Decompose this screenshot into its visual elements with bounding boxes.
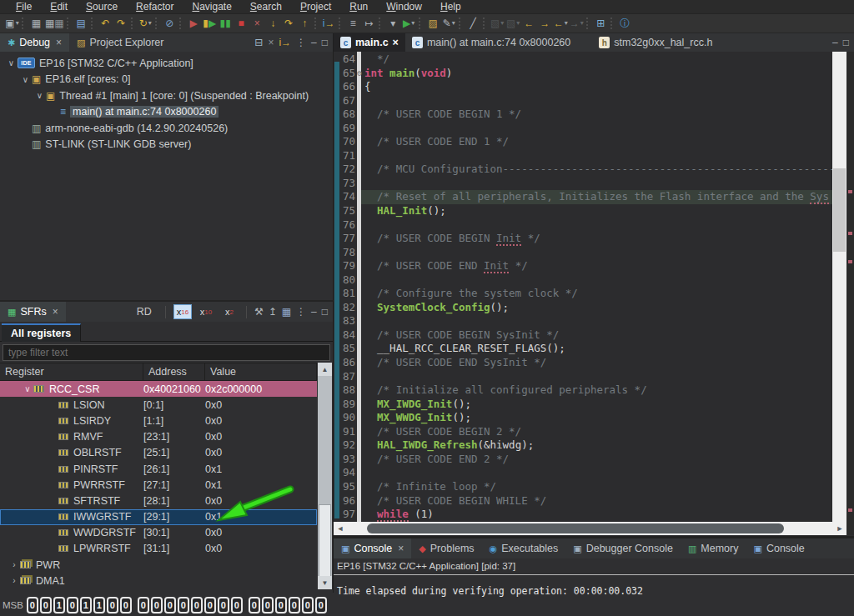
minimize-icon[interactable]: – (311, 306, 317, 318)
close-icon[interactable]: × (393, 37, 399, 48)
menu-project[interactable]: Project (291, 0, 340, 13)
register-row-rmvf[interactable]: RMVF[23:1]0x0 (0, 429, 317, 445)
tab-debugger-console[interactable]: ▣Debugger Console (565, 538, 681, 558)
scrollbar-thumb[interactable] (833, 168, 846, 252)
tab-all-registers[interactable]: All registers (2, 323, 81, 342)
bit-13[interactable]: 0 (275, 597, 287, 613)
menu-file[interactable]: File (7, 0, 41, 13)
editor-tab-main-c[interactable]: cmain.c× (334, 33, 405, 52)
bit-15[interactable]: 0 (249, 597, 260, 613)
debug-tree-row[interactable]: ▥ST-LINK (ST-LINK GDB server) (0, 137, 333, 153)
remove-all-terminated-icon[interactable]: × (268, 37, 274, 48)
fold-marker[interactable]: ⊖ (355, 67, 364, 81)
run-icon[interactable]: ▶▾ (401, 15, 417, 32)
minimize-icon[interactable]: – (832, 37, 838, 48)
register-row-iwwgrstf[interactable]: IWWGRSTF[29:1]0x1 (0, 509, 317, 525)
view-menu-icon[interactable]: ⋮ (296, 306, 306, 318)
bit-25[interactable]: 0 (107, 597, 118, 613)
register-row-pwrrstf[interactable]: PWRRSTF[27:1]0x1 (0, 477, 317, 493)
bit-17[interactable]: 0 (218, 597, 229, 613)
tab-problems[interactable]: ◆Problems (411, 538, 481, 558)
close-icon[interactable]: × (53, 306, 58, 318)
menu-run[interactable]: Run (340, 0, 377, 13)
new-wizard-icon[interactable]: ▣▾ (4, 15, 20, 32)
code-editor[interactable]: 64 */65⊖int main(void)66{6768 /* USER CO… (334, 52, 854, 535)
scroll-up-icon[interactable]: ▲ (318, 363, 332, 376)
bit-14[interactable]: 0 (262, 597, 274, 613)
bit-30[interactable]: 0 (40, 597, 52, 613)
register-row-sftrstf[interactable]: SFTRSTF[28:1]0x0 (0, 493, 317, 508)
bit-22[interactable]: 0 (151, 597, 163, 613)
back-icon[interactable]: ←▾ (553, 15, 569, 32)
mark-occurrences-icon[interactable]: ✎▾ (441, 15, 457, 32)
bit-16[interactable]: 0 (231, 597, 243, 613)
build-icon[interactable]: ▤ (73, 15, 89, 32)
configure-icon[interactable]: ⚒ (254, 306, 264, 318)
pin-console-icon[interactable]: ↦ (361, 15, 377, 32)
collapse-all-icon[interactable]: ⊟ (254, 37, 263, 48)
bit-23[interactable]: 0 (138, 597, 149, 613)
column-header-address[interactable]: Address (143, 363, 205, 380)
editor-tab-main-at-main-c-74-0x8000260[interactable]: cmain() at main.c:74 0x8000260 (405, 33, 577, 52)
about-icon[interactable]: ⓘ (617, 15, 633, 32)
instruction-step-mode-icon[interactable]: i→ (279, 37, 291, 48)
close-icon[interactable]: × (56, 37, 62, 48)
menu-window[interactable]: Window (377, 0, 431, 13)
column-header-register[interactable]: Register (0, 363, 143, 380)
instruction-stepping-icon[interactable]: i→ (321, 15, 337, 32)
bit-21[interactable]: 0 (164, 597, 176, 613)
next-edit-icon[interactable]: → (537, 15, 553, 32)
debug-tree-row[interactable]: ∨IDEEP16 [STM32 C/C++ Application] (0, 55, 333, 72)
editor-vertical-scrollbar[interactable] (832, 52, 846, 522)
redo-icon[interactable]: ↷ (113, 15, 129, 32)
debug-tree-row[interactable]: ≡main() at main.c:74 0x8000260 (0, 104, 333, 121)
launch-icon[interactable]: ↻▾ (138, 15, 153, 32)
last-edit-icon[interactable]: ← (521, 15, 537, 32)
column-header-value[interactable]: Value (205, 363, 317, 380)
step-into-icon[interactable]: ↓ (265, 15, 281, 32)
save-registers-icon[interactable]: ▦ (282, 306, 291, 318)
bit-11[interactable]: 0 (302, 597, 314, 613)
radix-16-button[interactable]: x16 (173, 304, 192, 319)
bit-18[interactable]: 0 (204, 597, 216, 613)
bit-10[interactable]: 0 (315, 597, 327, 613)
tab-console[interactable]: ▣Console× (334, 538, 411, 558)
maximize-icon[interactable]: □ (843, 37, 849, 48)
debug-tree-row[interactable]: ∨▣Thread #1 [main] 1 [core: 0] (Suspende… (0, 88, 333, 104)
profile-menu-icon[interactable]: ▾ (385, 15, 401, 32)
bit-12[interactable]: 0 (289, 597, 300, 613)
save-icon[interactable]: ▦ (28, 15, 44, 32)
tab-console[interactable]: ▣Console (746, 538, 812, 558)
undo-icon[interactable]: ↶ (98, 15, 113, 32)
scroll-left-icon[interactable]: ◄ (334, 522, 347, 535)
suspend-icon[interactable]: ▮▮ (218, 15, 234, 32)
register-row-lsirdy[interactable]: LSIRDY[1:1]0x0 (0, 413, 317, 428)
bit-24[interactable]: 0 (120, 597, 132, 613)
menu-help[interactable]: Help (431, 0, 470, 13)
scrollbar-thumb[interactable] (367, 523, 784, 533)
open-perspective-icon[interactable]: ⊞ (593, 15, 609, 32)
scroll-right-icon[interactable]: ► (833, 522, 846, 535)
show-console-icon[interactable]: ≡ (345, 15, 361, 32)
register-filter-input[interactable] (3, 344, 330, 361)
menu-navigate[interactable]: Navigate (183, 0, 240, 13)
bit-27[interactable]: 1 (80, 597, 92, 613)
terminate-icon[interactable]: ■ (234, 15, 249, 32)
terminate-relaunch-icon[interactable]: ▶ (186, 15, 202, 32)
register-row-rcc_csr[interactable]: ∨RCC_CSR0x400210600x2c000000 (0, 381, 317, 397)
register-row-dma1[interactable]: ›DMA1 (0, 573, 317, 588)
bit-19[interactable]: 0 (191, 597, 203, 613)
editor-horizontal-scrollbar[interactable]: ◄ ► (334, 522, 846, 535)
forward-icon[interactable]: →▾ (569, 15, 585, 32)
export-icon[interactable]: ↥ (269, 306, 277, 318)
radix-2-button[interactable]: x2 (220, 304, 239, 319)
close-icon[interactable]: × (398, 543, 404, 554)
disconnect-icon[interactable]: × (249, 15, 265, 32)
register-row-wwdgrstf[interactable]: WWDGRSTF[30:1]0x0 (0, 525, 317, 541)
tab-sfrs[interactable]: ▦SFRs× (0, 302, 66, 322)
bit-20[interactable]: 0 (178, 597, 189, 613)
editor-tab-stm32g0xx-hal-rcc-h[interactable]: hstm32g0xx_hal_rcc.h (592, 33, 719, 52)
view-menu-icon[interactable]: ⋮ (296, 37, 306, 48)
maximize-icon[interactable]: □ (322, 306, 328, 318)
menu-edit[interactable]: Edit (41, 0, 77, 13)
